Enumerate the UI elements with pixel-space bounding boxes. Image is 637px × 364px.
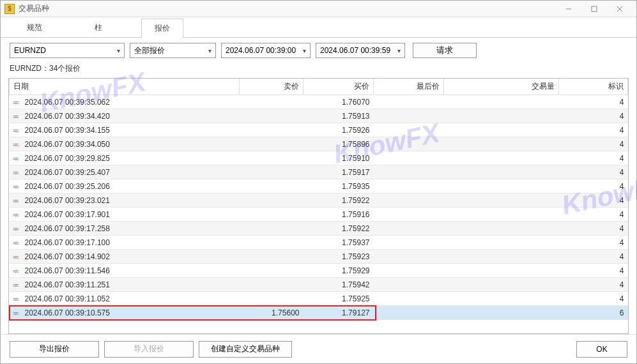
cell-volume xyxy=(444,250,559,264)
cell-volume xyxy=(444,179,559,193)
cell-flag: 4 xyxy=(559,222,628,236)
cell-volume xyxy=(444,165,559,179)
cell-volume xyxy=(444,137,559,151)
col-flag[interactable]: 标识 xyxy=(559,79,628,95)
table-row[interactable]: ≈≈2024.06.07 00:39:29.8251.759104 xyxy=(10,151,628,165)
date-from-dropdown[interactable]: 2024.06.07 00:39:00 ▾ xyxy=(221,43,311,58)
tab-0[interactable]: 规范 xyxy=(13,18,56,37)
cell-sell xyxy=(240,250,303,264)
cell-last xyxy=(374,208,444,222)
cell-last xyxy=(374,137,444,151)
ok-button[interactable]: OK xyxy=(576,341,627,358)
cell-last xyxy=(374,292,444,306)
cell-sell xyxy=(240,123,303,137)
cell-flag: 4 xyxy=(559,264,628,278)
col-buy[interactable]: 买价 xyxy=(303,79,374,95)
cell-sell xyxy=(240,292,303,306)
cell-sell xyxy=(240,278,303,292)
cell-last xyxy=(374,222,444,236)
table-row[interactable]: ≈≈2024.06.07 00:39:11.0521.759254 xyxy=(10,292,628,306)
table-row[interactable]: ≈≈2024.06.07 00:39:17.1001.759374 xyxy=(10,236,628,250)
cell-volume xyxy=(444,208,559,222)
date-to-dropdown[interactable]: 2024.06.07 00:39:59 ▾ xyxy=(316,43,405,58)
wave-icon: ≈≈ xyxy=(13,254,22,261)
tab-2[interactable]: 报价 xyxy=(141,19,183,38)
quote-type-dropdown[interactable]: 全部报价 ▾ xyxy=(130,43,216,58)
cell-buy: 1.79127 xyxy=(303,306,374,320)
cell-volume xyxy=(444,95,559,109)
cell-flag: 4 xyxy=(559,208,628,222)
cell-flag: 4 xyxy=(559,292,628,306)
cell-volume xyxy=(444,193,559,208)
col-volume[interactable]: 交易量 xyxy=(444,79,559,95)
table-row[interactable]: ≈≈2024.06.07 00:39:35.0621.760704 xyxy=(10,95,628,109)
cell-date: 2024.06.07 00:39:35.062 xyxy=(25,98,110,107)
create-custom-button[interactable]: 创建自定义交易品种 xyxy=(199,341,292,358)
request-button[interactable]: 请求 xyxy=(413,43,477,58)
table-row[interactable]: ≈≈2024.06.07 00:39:34.1551.759264 xyxy=(10,123,628,137)
cell-sell xyxy=(240,137,303,151)
export-button[interactable]: 导出报价 xyxy=(10,341,99,358)
cell-flag: 4 xyxy=(559,109,628,123)
minimize-button[interactable] xyxy=(556,1,581,17)
cell-flag: 4 xyxy=(559,137,628,151)
cell-buy: 1.75923 xyxy=(303,250,374,264)
table-row[interactable]: ≈≈2024.06.07 00:39:17.2581.759224 xyxy=(10,222,628,236)
date-from-value: 2024.06.07 00:39:00 xyxy=(226,46,299,55)
cell-volume xyxy=(444,151,559,165)
table-container[interactable]: 日期 卖价 买价 最后价 交易量 标识 ≈≈2024.06.07 00:39:3… xyxy=(8,78,629,334)
wave-icon: ≈≈ xyxy=(13,225,22,232)
cell-volume xyxy=(444,264,559,278)
cell-sell xyxy=(240,165,303,179)
chevron-down-icon: ▾ xyxy=(397,47,401,54)
chevron-down-icon: ▾ xyxy=(117,47,120,54)
info-label: EURNZD：34个报价 xyxy=(1,61,636,78)
cell-flag: 4 xyxy=(559,193,628,208)
cell-buy: 1.75926 xyxy=(303,123,374,137)
cell-last xyxy=(374,306,444,320)
cell-last xyxy=(374,123,444,137)
col-date[interactable]: 日期 xyxy=(10,79,240,95)
tab-1[interactable]: 柱 xyxy=(81,18,116,37)
wave-icon: ≈≈ xyxy=(13,169,22,176)
quotes-table: 日期 卖价 买价 最后价 交易量 标识 ≈≈2024.06.07 00:39:3… xyxy=(9,79,628,320)
table-row[interactable]: ≈≈2024.06.07 00:39:34.0501.758964 xyxy=(10,137,628,151)
cell-buy: 1.75913 xyxy=(303,109,374,123)
table-row[interactable]: ≈≈2024.06.07 00:39:34.4201.759134 xyxy=(10,109,628,123)
cell-flag: 4 xyxy=(559,165,628,179)
col-sell[interactable]: 卖价 xyxy=(240,79,303,95)
table-row[interactable]: ≈≈2024.06.07 00:39:25.4071.759174 xyxy=(10,165,628,179)
close-button[interactable] xyxy=(607,1,633,17)
cell-flag: 4 xyxy=(559,250,628,264)
col-last[interactable]: 最后价 xyxy=(374,79,444,95)
maximize-button[interactable] xyxy=(581,1,607,17)
wave-icon: ≈≈ xyxy=(13,296,22,303)
table-row[interactable]: ≈≈2024.06.07 00:39:11.2511.759424 xyxy=(10,278,628,292)
table-row[interactable]: ≈≈2024.06.07 00:39:25.2061.759354 xyxy=(10,179,628,193)
cell-sell: 1.75600 xyxy=(240,306,303,320)
wave-icon: ≈≈ xyxy=(13,99,22,106)
cell-buy: 1.75910 xyxy=(303,151,374,165)
cell-date: 2024.06.07 00:39:14.902 xyxy=(25,252,110,261)
cell-date: 2024.06.07 00:39:34.155 xyxy=(25,126,110,135)
cell-flag: 4 xyxy=(559,95,628,109)
table-row[interactable]: ≈≈2024.06.07 00:39:14.9021.759234 xyxy=(10,250,628,264)
table-row[interactable]: ≈≈2024.06.07 00:39:11.5461.759294 xyxy=(10,264,628,278)
cell-flag: 6 xyxy=(559,306,628,320)
table-row[interactable]: ≈≈2024.06.07 00:39:23.0211.759224 xyxy=(10,193,628,208)
cell-volume xyxy=(444,123,559,137)
table-row[interactable]: ≈≈2024.06.07 00:39:10.5751.756001.791276 xyxy=(10,306,628,320)
cell-flag: 4 xyxy=(559,151,628,165)
table-row[interactable]: ≈≈2024.06.07 00:39:17.9011.759164 xyxy=(10,208,628,222)
cell-date: 2024.06.07 00:39:17.100 xyxy=(25,238,110,247)
cell-last xyxy=(374,95,444,109)
app-icon: $ xyxy=(4,4,15,14)
cell-last xyxy=(374,278,444,292)
cell-buy: 1.75929 xyxy=(303,264,374,278)
symbol-value: EURNZD xyxy=(14,46,113,55)
quote-type-value: 全部报价 xyxy=(134,45,204,56)
import-button[interactable]: 导入报价 xyxy=(104,341,194,358)
cell-volume xyxy=(444,109,559,123)
symbol-dropdown[interactable]: EURNZD ▾ xyxy=(10,43,125,58)
cell-volume xyxy=(444,236,559,250)
